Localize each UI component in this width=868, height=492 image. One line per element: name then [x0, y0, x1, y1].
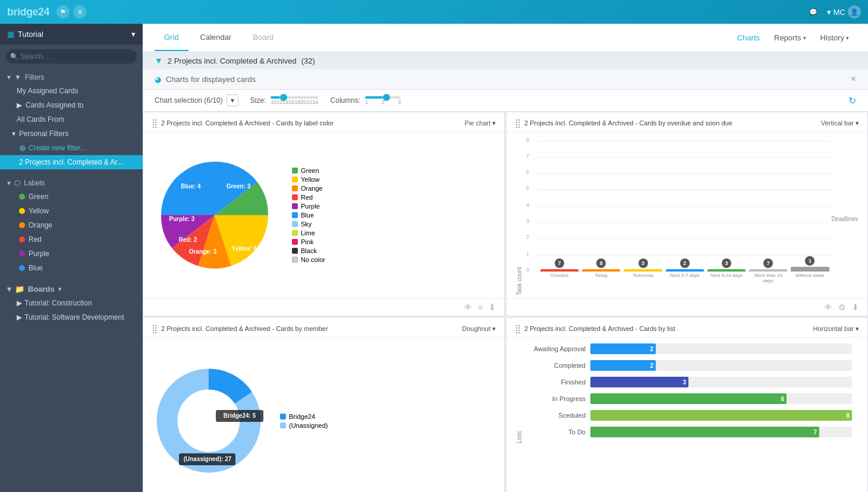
download-icon[interactable]: ⬇	[489, 302, 496, 312]
chart-card-vbar-header: ⣿ 2 Projects incl. Completed & Archived …	[507, 112, 867, 132]
hbar-row-finished: Finished 3	[531, 377, 852, 387]
eye-off-icon2[interactable]: 👁	[824, 302, 832, 312]
sidebar-item-cards-assigned[interactable]: ▶ Cards Assigned to	[0, 98, 143, 112]
download-icon2[interactable]: ⬇	[852, 302, 859, 312]
sidebar-label-red[interactable]: Red	[0, 232, 143, 247]
sidebar-item-personal-filters[interactable]: ▾ Personal Filters	[0, 127, 143, 141]
charts-panel-close-button[interactable]: ×	[851, 74, 856, 84]
sidebar-item-active-filter[interactable]: 2 Projects incl. Completed & Ar...	[0, 155, 143, 169]
dropdown-arrow-icon: ▾	[827, 8, 831, 17]
doughnut-legend: Bridge24 (Unassigned)	[280, 413, 328, 429]
labels-section-header[interactable]: ▾ ⬡ Labels	[0, 174, 143, 190]
chart-selection-dropdown-icon[interactable]: ▾	[227, 94, 238, 106]
tab-calendar[interactable]: Calendar	[191, 24, 241, 51]
search-input[interactable]	[6, 49, 137, 64]
user-menu[interactable]: ▾ MC 👤	[827, 5, 861, 18]
col-slider-fill	[365, 96, 383, 99]
tab-history[interactable]: History ▾	[813, 25, 856, 51]
svg-text:(Unassigned): 27: (Unassigned): 27	[184, 456, 232, 462]
tab-board[interactable]: Board	[243, 24, 283, 51]
project-selector[interactable]: ▦ Tutorial ▾	[0, 24, 143, 45]
sidebar-label-purple[interactable]: Purple	[0, 247, 143, 261]
svg-text:Purple: 3: Purple: 3	[169, 216, 195, 222]
close-icon[interactable]: ✕	[73, 5, 86, 18]
sidebar-board-construction[interactable]: ▶ Tutorial: Construction	[0, 296, 143, 310]
col-slider-thumb[interactable]	[383, 94, 390, 101]
size-slider-track	[271, 96, 318, 99]
doughnut-svg: Bridge24: 5 (Unassigned): 27	[149, 361, 268, 480]
size-control: Size: 1012141618202224	[250, 96, 319, 105]
vbar-chart-wrap: Task count 8 7 6 5 4 3 2 1	[516, 141, 832, 295]
chart3-body: Bridge24: 5 (Unassigned): 27 Bridge24 (U…	[143, 338, 504, 492]
svg-text:Blue: 4: Blue: 4	[181, 183, 201, 190]
boards-icon: 📁	[15, 285, 24, 294]
settings-icon[interactable]: ⚙	[838, 302, 846, 312]
filters-section-header[interactable]: ▾ ▼ Filters	[0, 68, 143, 84]
chart2-body: Task count 8 7 6 5 4 3 2 1	[507, 132, 867, 298]
user-avatar-icon: 👤	[848, 5, 861, 18]
chart1-body: Green: 3 Yellow: 6 Orange: 3 Red: 2 Purp…	[143, 132, 504, 298]
hbar-rows-container: Awaiting Approval 2 Completed 2	[525, 343, 858, 443]
chart2-type-select[interactable]: Vertical bar ▾	[821, 119, 859, 127]
legend-lime: Lime	[292, 229, 325, 236]
chart-card-doughnut: ⣿ 2 Projects incl. Completed & Archived …	[143, 317, 505, 492]
blue-dot	[19, 265, 25, 271]
legend-orange: Orange	[292, 185, 325, 192]
hbar-y-axis-label: Lists	[516, 343, 523, 443]
tab-reports[interactable]: Reports ▾	[767, 25, 813, 51]
topbar-icons: ⚑ ✕	[56, 5, 86, 18]
chart3-title: 2 Projects incl. Completed & Archived - …	[161, 325, 328, 332]
legend-red: Red	[292, 194, 325, 201]
hbar-row-awaiting: Awaiting Approval 2	[531, 343, 852, 354]
sidebar-label-green[interactable]: Green	[0, 190, 143, 204]
sidebar-label-yellow[interactable]: Yellow	[0, 204, 143, 218]
chat-icon[interactable]: 💬	[807, 5, 820, 18]
sidebar-label-orange[interactable]: Orange	[0, 218, 143, 232]
hbar-row-sceduled: Sceduled 8	[531, 410, 852, 421]
boards-section-header[interactable]: ▾ 📁 Boards ▾	[0, 280, 143, 296]
refresh-icon[interactable]: ↻	[848, 95, 856, 106]
sidebar-label-blue[interactable]: Blue	[0, 261, 143, 275]
filter-count: (32)	[301, 56, 315, 65]
list-icon[interactable]: ≡	[478, 302, 483, 312]
tab-charts[interactable]: Charts	[730, 25, 767, 51]
xlabel-today: Today	[582, 272, 620, 295]
drag-icon2: ⣿	[515, 118, 521, 128]
hbar-row-todo: To Do 7	[531, 427, 852, 437]
legend-nocolor: No color	[292, 256, 325, 263]
sidebar-item-my-assigned[interactable]: My Assigned Cards	[0, 84, 143, 98]
sidebar-board-software[interactable]: ▶ Tutorial: Software Development	[0, 310, 143, 324]
chart4-type-select[interactable]: Horizontal bar ▾	[813, 325, 859, 333]
bookmark-icon[interactable]: ⚑	[56, 5, 70, 18]
filter-bar: ▼ 2 Projects incl. Completed & Archived …	[143, 52, 868, 69]
pie-icon: ◕	[155, 75, 161, 84]
chart2-title: 2 Projects incl. Completed & Archived - …	[524, 119, 732, 127]
chart2-dropdown-icon: ▾	[856, 119, 859, 127]
project-name: Tutorial	[18, 30, 43, 39]
chart1-type-select[interactable]: Pie chart ▾	[465, 119, 496, 127]
chart-card-vbar: ⣿ 2 Projects incl. Completed & Archived …	[506, 112, 868, 316]
filters-label: Filters	[25, 73, 45, 81]
hbar-fill-completed: 2	[590, 360, 656, 371]
chart2-footer: 👁 ⚙ ⬇	[507, 298, 867, 316]
chart4-title: 2 Projects incl. Completed & Archived - …	[524, 325, 675, 332]
chart-card-pie-header: ⣿ 2 Projects incl. Completed & Archived …	[143, 112, 504, 132]
chart-card-hbar-header: ⣿ 2 Projects incl. Completed & Archived …	[507, 318, 867, 338]
sidebar-item-all-cards[interactable]: All Cards From	[0, 112, 143, 127]
legend-purple: Purple	[292, 203, 325, 210]
bar-nodates	[791, 267, 829, 272]
tab-grid[interactable]: Grid	[155, 24, 188, 51]
eye-off-icon[interactable]: 👁	[464, 302, 472, 312]
sidebar-item-create-filter[interactable]: ⊕ Create new filter...	[0, 141, 143, 155]
col-slider-labels: 123	[365, 99, 401, 105]
filter-icon: ▼	[155, 56, 163, 65]
drag-icon3: ⣿	[152, 324, 158, 333]
drag-icon: ⣿	[152, 118, 158, 128]
chart-selection-wrap: Chart selection (6/10) ▾	[155, 94, 238, 106]
size-slider-thumb[interactable]	[280, 94, 287, 101]
chart3-type-select[interactable]: Doughnut ▾	[462, 325, 496, 333]
vbar-tomorrow: 3	[624, 258, 662, 272]
hbar-row-completed: Completed 2	[531, 360, 852, 371]
chevron-right-icon: ▶	[17, 299, 22, 307]
chevron-right-icon: ▶	[17, 101, 22, 109]
